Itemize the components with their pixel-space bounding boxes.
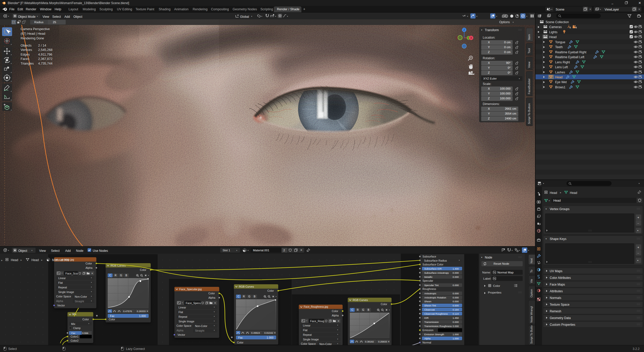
svg-text:X: X <box>470 37 472 39</box>
svg-text:Z: Z <box>463 29 465 31</box>
